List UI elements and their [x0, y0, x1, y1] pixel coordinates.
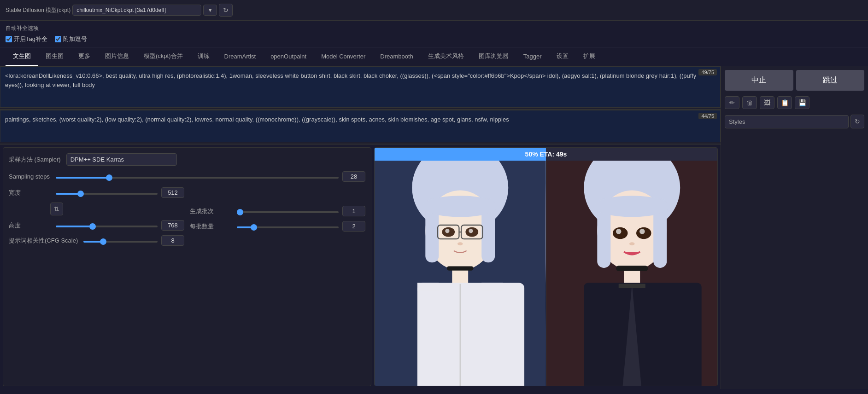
tab-img2img[interactable]: 图生图 [38, 47, 71, 66]
cfg-scale-label: 提示词相关性(CFG Scale) [9, 237, 78, 245]
bottom-panel: 采样方法 (Sampler) DPM++ SDE Karras Euler a … [0, 145, 721, 389]
output-image-left [375, 161, 546, 386]
model-dropdown-arrow[interactable]: ▼ [203, 5, 217, 16]
batch-size-slider[interactable] [237, 226, 339, 228]
tab-settings[interactable]: 设置 [549, 47, 576, 66]
batch-size-label: 每批数量 [190, 222, 231, 231]
sampling-steps-value[interactable]: 28 [342, 171, 365, 182]
cfg-scale-value[interactable]: 8 [161, 235, 184, 246]
cfg-scale-slider-wrapper [83, 237, 158, 244]
checkbox-append-comma-input[interactable] [55, 36, 61, 42]
interrupt-button[interactable]: 中止 [725, 70, 793, 91]
tab-gallery[interactable]: 图库浏览器 [471, 47, 516, 66]
action-buttons: 中止 跳过 [725, 70, 864, 91]
batch-size-value[interactable]: 2 [342, 221, 365, 232]
tab-art-style[interactable]: 生成美术风格 [421, 47, 471, 66]
svg-point-30 [629, 242, 634, 245]
tab-openoutpaint[interactable]: openOutpaint [263, 48, 314, 65]
sampling-steps-slider[interactable] [56, 177, 339, 179]
styles-section: Styles ↻ [725, 115, 864, 128]
clipboard-button[interactable]: 📋 [777, 96, 792, 109]
trash-icon: 🗑 [746, 99, 753, 106]
image-icon: 🖼 [764, 99, 770, 106]
width-slider[interactable] [56, 193, 158, 195]
anime-girl-right-svg [546, 161, 718, 386]
model-select[interactable]: chilloutmix_NiCkpt.ckpt [3a17d0deff] [72, 5, 201, 16]
svg-rect-34 [618, 284, 645, 288]
progress-bar: 50% ETA: 49s [375, 148, 717, 161]
autocomplete-options: 开启Tag补全 附加逗号 [6, 35, 862, 43]
tab-dreambooth[interactable]: Dreambooth [373, 48, 421, 65]
batch-count-slider-wrapper [237, 208, 339, 214]
height-slider-wrapper [56, 222, 158, 229]
dimensions-batch-row: 宽度 512 ⇅ [9, 187, 365, 246]
svg-rect-16 [417, 283, 524, 386]
checkbox-tag-completion[interactable]: 开启Tag补全 [6, 35, 47, 43]
image-button[interactable]: 🖼 [760, 96, 774, 109]
save-button[interactable]: 💾 [795, 96, 809, 109]
sampling-steps-row: Sampling steps 28 [9, 171, 365, 182]
batch-count-slider[interactable] [237, 211, 339, 213]
cfg-scale-slider-container: 8 [83, 235, 184, 246]
svg-rect-18 [417, 283, 439, 290]
positive-prompt-section: 49/75 <lora:koreanDollLikeness_v10:0.66>… [0, 66, 721, 110]
checkbox-append-comma-label: 附加逗号 [63, 35, 87, 43]
svg-point-12 [469, 229, 473, 233]
model-refresh-button[interactable]: ↻ [219, 4, 233, 17]
tab-model-converter[interactable]: Model Converter [314, 48, 373, 65]
tab-tagger[interactable]: Tagger [516, 48, 549, 65]
right-panel: 中止 跳过 ✏ 🗑 🖼 📋 💾 Styles ↻ [721, 66, 868, 389]
autocomplete-title: 自动补全选项 [6, 24, 862, 32]
svg-rect-15 [447, 266, 474, 270]
main-content: 49/75 <lora:koreanDollLikeness_v10:0.66>… [0, 66, 868, 389]
cfg-scale-slider[interactable] [83, 241, 158, 243]
left-panel: 49/75 <lora:koreanDollLikeness_v10:0.66>… [0, 66, 721, 389]
model-label: Stable Diffusion 模型(ckpt) [6, 6, 70, 14]
sampling-steps-slider-container: 28 [56, 171, 365, 182]
tab-more[interactable]: 更多 [71, 47, 98, 66]
negative-prompt-input[interactable]: paintings, sketches, (worst quality:2), … [0, 110, 721, 142]
positive-prompt-input[interactable]: <lora:koreanDollLikeness_v10:0.66>, best… [0, 66, 721, 108]
swap-dimensions-button[interactable]: ⇅ [50, 203, 63, 215]
batch-size-slider-wrapper [237, 223, 339, 230]
pencil-button[interactable]: ✏ [725, 96, 739, 109]
tab-train[interactable]: 训练 [190, 47, 217, 66]
sampling-steps-label: Sampling steps [9, 173, 50, 180]
svg-point-11 [445, 229, 449, 233]
svg-point-29 [639, 229, 645, 234]
output-image-right [546, 161, 718, 386]
checkbox-tag-completion-input[interactable] [6, 36, 12, 42]
negative-prompt-counter: 44/75 [698, 113, 717, 119]
progress-text: 50% ETA: 49s [375, 148, 717, 161]
batch-count-label: 生成批次 [190, 207, 231, 215]
pencil-icon: ✏ [729, 99, 735, 106]
sampler-select[interactable]: DPM++ SDE Karras Euler a Euler DDIM [66, 153, 177, 166]
width-label: 宽度 [9, 189, 50, 197]
svg-rect-32 [616, 266, 648, 271]
trash-button[interactable]: 🗑 [742, 96, 757, 109]
tab-dreamartist[interactable]: DreamArtist [217, 48, 264, 65]
tab-model-merge[interactable]: 模型(ckpt)合并 [136, 47, 190, 66]
checkbox-append-comma[interactable]: 附加逗号 [55, 35, 87, 43]
height-value[interactable]: 768 [161, 220, 184, 231]
sampling-steps-slider-wrapper [56, 173, 339, 180]
tab-txt2img[interactable]: 文生图 [6, 47, 38, 66]
negative-prompt-section: 44/75 paintings, sketches, (worst qualit… [0, 110, 721, 144]
cfg-scale-row: 提示词相关性(CFG Scale) 8 [9, 235, 184, 246]
tab-png-info[interactable]: 图片信息 [98, 47, 136, 66]
batch-count-value[interactable]: 1 [342, 206, 365, 216]
height-label: 高度 [9, 221, 50, 230]
icon-toolbar: ✏ 🗑 🖼 📋 💾 [725, 94, 864, 111]
svg-point-5 [422, 196, 498, 217]
swap-row: ⇅ [9, 203, 184, 215]
batch-size-row: 每批数量 2 [190, 221, 365, 232]
styles-refresh-button[interactable]: ↻ [850, 115, 864, 128]
skip-button[interactable]: 跳过 [796, 70, 865, 91]
height-slider[interactable] [56, 226, 158, 227]
tab-extensions[interactable]: 扩展 [576, 47, 603, 66]
height-slider-container: 768 [56, 220, 184, 231]
width-value[interactable]: 512 [161, 187, 184, 198]
styles-select[interactable]: Styles [725, 115, 849, 128]
anime-girl-left-svg [375, 161, 546, 386]
width-slider-container: 512 [56, 187, 184, 198]
